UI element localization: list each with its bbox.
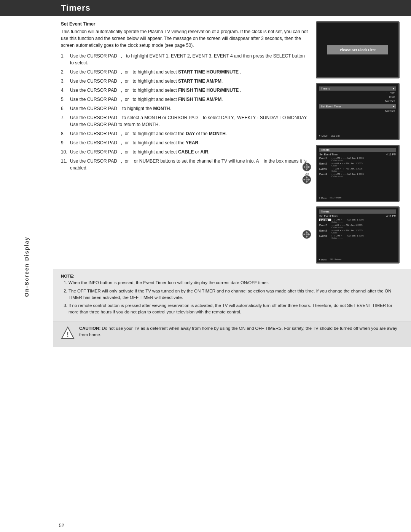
screen4-event-3: Event3 ~:~ AM • ~:~ AM Jan. 1 2005 Cable… <box>319 229 396 234</box>
screen4-footer: ✦ Move SEL Return <box>319 258 397 261</box>
tv-screen-2: Timers ▼ ~:~ PST 0:00 Not Set Set Event … <box>316 83 400 140</box>
page-number: 52 <box>59 523 64 528</box>
screen4-event-1-selected: Event1 : ~:~ AM • ~:~ AM Jan. 1 2005 Cab… <box>319 218 396 224</box>
screen3-title: Timers <box>319 148 396 152</box>
sidebar-label: On-Screen Display <box>24 236 30 297</box>
section-title: Set Event Timer <box>61 21 310 27</box>
screen4-title: Timers <box>319 209 396 214</box>
screen3-footer: ✦ Move SEL Return <box>319 197 397 199</box>
or-label: OR <box>305 173 309 175</box>
list-item: 5. Use the CURSOR PAD , or to highlight … <box>61 96 310 103</box>
intro-text: This function will automatically operate… <box>61 28 310 49</box>
cursor-pad-icon-2 <box>302 175 311 184</box>
tv-screen-1: Please Set Clock First <box>316 21 400 78</box>
list-item: 11. Use the CURSOR PAD , or or NUMBER bu… <box>61 158 310 171</box>
svg-point-5 <box>306 166 308 168</box>
caution-text: CAUTION: Do not use your TV as a deterre… <box>79 325 403 339</box>
list-item: 4. Use the CURSOR PAD , or to highlight … <box>61 87 310 94</box>
text-column: Set Event Timer This function will autom… <box>61 21 310 264</box>
screen3-subtitle-row: Set Event Timer 4:11 PM <box>319 153 396 156</box>
caution-section: ! CAUTION: Do not use your TV as a deter… <box>53 321 411 347</box>
main-content: Set Event Timer This function will autom… <box>53 16 411 269</box>
screen3-event-3: Event3 ~:~ AM • ~:~ AM Jan. 1 2005 Cable… <box>319 167 396 173</box>
list-item: 9. Use the CURSOR PAD , or to highlight … <box>61 139 310 146</box>
list-item: 10. Use the CURSOR PAD , or to highlight… <box>61 149 310 155</box>
tv-screen-4: Timers Set Event Timer 4:11 PM Event1 : … <box>316 206 400 264</box>
screen2-wrapper: Timers ▼ ~:~ PST 0:00 Not Set Set Event … <box>316 83 403 140</box>
notes-list: When the INFO button is pressed, the Eve… <box>68 280 403 315</box>
screen3-event-2: Event2 ~:~ AM • ~:~ AM Jan. 1 2005 Cable… <box>319 162 396 167</box>
cursor-pad-3: OR <box>302 163 311 184</box>
screen2-row-status2: Not Set <box>319 109 396 113</box>
screen2-row-status1: Not Set <box>319 99 396 103</box>
cursor-pad-icon <box>302 163 311 172</box>
screen1-message: Please Set Clock First <box>327 45 388 54</box>
notes-section: NOTE: When the INFO button is pressed, t… <box>53 269 411 321</box>
list-item: 3. Use the CURSOR PAD , or to highlight … <box>61 78 310 85</box>
sidebar: On-Screen Display <box>0 17 53 517</box>
screen2-row-duration: 0:00 <box>319 95 396 99</box>
header-bar: Timers <box>0 0 411 16</box>
screen3-event-1: Event1 : ~:~ AM • ~:~ AM Jan. 1 2005 Cab… <box>319 157 396 162</box>
list-item: 7. Use the CURSOR PAD to select a MONTH … <box>61 114 310 128</box>
screen2-footer: ✦ Move SEL Set <box>319 134 397 137</box>
svg-point-11 <box>306 179 308 181</box>
screen4-wrapper: Timers Set Event Timer 4:11 PM Event1 : … <box>316 206 403 264</box>
list-item: 6. Use the CURSOR PAD to highlight the M… <box>61 105 310 112</box>
list-item: 1. Use the CURSOR PAD , to highlight EVE… <box>61 53 310 66</box>
list-item: 2. Use the CURSOR PAD , or to highlight … <box>61 69 310 75</box>
list-item: 8. Use the CURSOR PAD , or to highlight … <box>61 130 310 137</box>
screen4-subtitle-row: Set Event Timer 4:11 PM <box>319 214 396 218</box>
screen4-event-4: Event4 : ~:~ AM • ~:~ AM Jan. 1 2005 Cab… <box>319 234 396 240</box>
screen2-title: Timers ▼ <box>319 86 396 91</box>
screen3-event-4: Event4 : ~:~ AM • ~:~ AM Jan. 1 2005 Cab… <box>319 173 396 178</box>
note-item-3: If no remote control button is pressed a… <box>68 302 403 316</box>
cursor-pad-icon-3 <box>302 230 311 239</box>
note-item-2: The OFF TIMER will only activate if the … <box>68 288 403 301</box>
note-item-1: When the INFO button is pressed, the Eve… <box>68 280 403 286</box>
page-title: Timers <box>61 3 403 13</box>
caution-icon: ! <box>61 326 75 343</box>
warning-triangle-icon: ! <box>61 326 75 340</box>
steps-list: 1. Use the CURSOR PAD , to highlight EVE… <box>61 53 310 171</box>
screen2-set-event: Set Event Timer ▶ <box>319 104 396 109</box>
svg-point-17 <box>306 233 308 236</box>
tv-screen-3: Timers Set Event Timer 4:11 PM Event1 : … <box>316 145 400 202</box>
screen4-event-2: Event2 ~:~ AM • ~:~ AM Jan. 1 2005 Cable… <box>319 224 396 229</box>
cursor-pad-4 <box>302 230 311 240</box>
svg-text:!: ! <box>67 331 69 338</box>
screen3-wrapper: OR Timers Set Event Timer 4:11 PM <box>316 145 403 202</box>
screen-column: Please Set Clock First Timers ▼ ~:~ PST … <box>316 21 403 264</box>
